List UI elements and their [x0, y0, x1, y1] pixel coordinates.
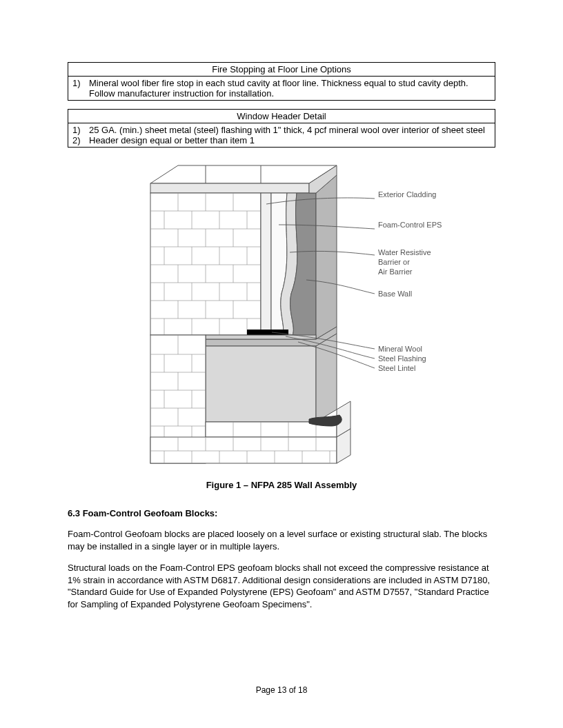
svg-marker-41	[261, 193, 271, 335]
label-water-resistive-1: Water Resistive	[378, 248, 431, 256]
item-number: 2)	[72, 135, 89, 145]
label-base-wall: Base Wall	[378, 290, 412, 298]
window-header-items: 1) 25 GA. (min.) sheet metal (steel) fla…	[68, 123, 495, 148]
item-number: 1)	[72, 78, 89, 99]
figure-caption: Figure 1 – NFPA 285 Wall Assembly	[68, 480, 495, 490]
label-water-resistive-3: Air Barrier	[378, 267, 413, 276]
fire-stopping-table: Fire Stopping at Floor Line Options 1) M…	[68, 62, 495, 101]
item-text: Mineral wool fiber fire stop in each stu…	[89, 78, 491, 99]
item-text: 25 GA. (min.) sheet metal (steel) flashi…	[89, 125, 491, 135]
window-header-title: Window Header Detail	[68, 110, 495, 123]
svg-marker-42	[316, 175, 337, 339]
label-steel-lintel: Steel Lintel	[378, 364, 415, 372]
para-2: Structural loads on the Foam-Control EPS…	[68, 562, 495, 610]
label-steel-flashing: Steel Flashing	[378, 354, 426, 363]
section-heading-6-3: 6.3 Foam-Control Geofoam Blocks:	[68, 508, 495, 518]
svg-marker-0	[150, 165, 337, 183]
fire-stopping-item-1: 1) Mineral wool fiber fire stop in each …	[68, 77, 495, 101]
label-water-resistive-2: Barrier or	[378, 258, 410, 266]
svg-rect-44	[247, 330, 288, 335]
label-mineral-wool: Mineral Wool	[378, 345, 422, 353]
para-1: Foam-Control Geofoam blocks are placed l…	[68, 528, 495, 552]
label-foam-control-eps: Foam-Control EPS	[378, 221, 442, 229]
figure-wall-assembly: Exterior Cladding Foam-Control EPS Water…	[68, 156, 495, 490]
page-footer: Page 13 of 18	[0, 685, 563, 695]
page: Fire Stopping at Floor Line Options 1) M…	[0, 0, 563, 728]
svg-rect-72	[150, 437, 337, 463]
diagram-svg: Exterior Cladding Foam-Control EPS Water…	[102, 156, 461, 473]
fire-stopping-title: Fire Stopping at Floor Line Options	[68, 63, 495, 77]
svg-rect-47	[206, 346, 316, 422]
window-header-table: Window Header Detail 1) 25 GA. (min.) sh…	[68, 109, 495, 148]
item-number: 1)	[72, 125, 89, 135]
label-exterior-cladding: Exterior Cladding	[378, 190, 436, 199]
svg-rect-4	[150, 183, 309, 193]
item-text: Header design equal or better than item …	[89, 135, 491, 145]
svg-marker-48	[316, 334, 337, 422]
